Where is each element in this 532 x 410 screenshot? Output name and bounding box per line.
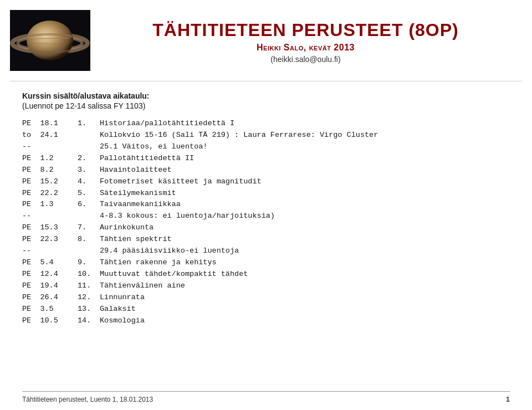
schedule-date: PE 26.4	[22, 292, 78, 304]
schedule-desc: Kollokvio 15-16 (Sali TÄ 219) : Laura Fe…	[100, 130, 510, 141]
schedule-desc: 25.1 Väitos, ei luentoa!	[100, 141, 510, 153]
footer-page: 1	[506, 395, 510, 403]
schedule-row: PE 1.36.Taivaanmekaniikkaa	[22, 199, 510, 211]
footer: Tähtitieteen perusteet, Luento 1, 18.01.…	[22, 391, 510, 403]
title-block: TÄHTITIETEEN PERUSTEET (8OP) Heikki Salo…	[101, 17, 510, 64]
header-divider	[10, 81, 522, 81]
footer-left: Tähtitieteen perusteet, Luento 1, 18.01.…	[22, 396, 153, 403]
schedule-row: PE 8.23.Havaintolaitteet	[22, 165, 510, 176]
schedule-desc: Galaksit	[100, 304, 510, 315]
schedule-desc: Historiaa/pallotähtitiedettä I	[100, 118, 510, 130]
schedule-date: PE 15.3	[22, 222, 78, 234]
schedule-row: PE 15.24.Fotometriset käsitteet ja magni…	[22, 176, 510, 188]
schedule-date: PE 22.2	[22, 188, 78, 199]
schedule-date: PE 22.3	[22, 234, 78, 245]
schedule-date: PE 5.4	[22, 257, 78, 269]
schedule-num: 4.	[78, 176, 100, 188]
schedule-date: --	[22, 211, 78, 222]
content: Kurssin sisältö/alustava aikataulu: (Lue…	[0, 86, 532, 332]
schedule-date: PE 18.1	[22, 118, 78, 130]
schedule-date: PE 15.2	[22, 176, 78, 188]
schedule-num: 13.	[78, 304, 100, 315]
schedule-num: 11.	[78, 280, 100, 292]
subtitle: Heikki Salo, kevät 2013	[101, 43, 510, 53]
schedule-desc: Pallotähtitiedettä II	[100, 153, 510, 165]
schedule-row: -- 29.4 pääsiäisviikko-ei luentoja	[22, 245, 510, 257]
schedule-row: -- 25.1 Väitos, ei luentoa!	[22, 141, 510, 153]
schedule-date: --	[22, 141, 78, 153]
schedule-date: --	[22, 245, 78, 257]
schedule-desc: 29.4 pääsiäisviikko-ei luentoja	[100, 245, 510, 257]
intro-normal: (Luennot pe 12-14 salissa FY 1103)	[22, 101, 510, 110]
schedule-desc: Tähtien rakenne ja kehitys	[100, 257, 510, 269]
schedule-row: to 24.1Kollokvio 15-16 (Sali TÄ 219) : L…	[22, 130, 510, 141]
schedule-num: 6.	[78, 199, 100, 211]
main-title: TÄHTITIETEEN PERUSTEET (8OP)	[101, 20, 510, 40]
schedule-row: PE 5.49.Tähtien rakenne ja kehitys	[22, 257, 510, 269]
schedule-desc: Taivaanmekaniikkaa	[100, 199, 510, 211]
schedule-row: PE 22.38.Tähtien spektrit	[22, 234, 510, 245]
schedule-row: PE 12.410.Muuttuvat tähdet/kompaktit täh…	[22, 269, 510, 280]
schedule-num: 14.	[78, 315, 100, 327]
schedule-desc: Säteilymekanismit	[100, 188, 510, 199]
schedule-desc: Fotometriset käsitteet ja magnitudit	[100, 176, 510, 188]
schedule-row: -- 4-8.3 kokous: ei luentoja/harjoituksi…	[22, 211, 510, 222]
schedule-row: PE 3.513.Galaksit	[22, 304, 510, 315]
schedule-num: 5.	[78, 188, 100, 199]
schedule-date: PE 19.4	[22, 280, 78, 292]
schedule-num	[78, 141, 100, 153]
schedule-date: PE 12.4	[22, 269, 78, 280]
schedule-row: PE 1.22.Pallotähtitiedettä II	[22, 153, 510, 165]
schedule-num: 7.	[78, 222, 100, 234]
schedule-num: 10.	[78, 269, 100, 280]
page: TÄHTITIETEEN PERUSTEET (8OP) Heikki Salo…	[0, 0, 532, 410]
schedule-row: PE 18.11.Historiaa/pallotähtitiedettä I	[22, 118, 510, 130]
schedule-desc: Aurinkokunta	[100, 222, 510, 234]
schedule-desc: 4-8.3 kokous: ei luentoja/harjoituksia)	[100, 211, 510, 222]
schedule-num	[78, 130, 100, 141]
email: (heikki.salo@oulu.fi)	[101, 55, 510, 64]
schedule-row: PE 10.514.Kosmologia	[22, 315, 510, 327]
saturn-image	[10, 10, 90, 71]
schedule-row: PE 15.37.Aurinkokunta	[22, 222, 510, 234]
schedule-desc: Kosmologia	[100, 315, 510, 327]
svg-point-3	[27, 20, 73, 60]
schedule-num: 3.	[78, 165, 100, 176]
schedule-date: PE 10.5	[22, 315, 78, 327]
header: TÄHTITIETEEN PERUSTEET (8OP) Heikki Salo…	[0, 0, 532, 76]
schedule-desc: Havaintolaitteet	[100, 165, 510, 176]
schedule-num: 8.	[78, 234, 100, 245]
schedule-row: PE 22.25.Säteilymekanismit	[22, 188, 510, 199]
intro-bold: Kurssin sisältö/alustava aikataulu:	[22, 91, 510, 100]
schedule-num: 12.	[78, 292, 100, 304]
schedule-num	[78, 211, 100, 222]
schedule-date: PE 1.3	[22, 199, 78, 211]
schedule-table: PE 18.11.Historiaa/pallotähtitiedettä It…	[22, 118, 510, 327]
schedule-row: PE 19.411.Tähtienvälinen aine	[22, 280, 510, 292]
schedule-num: 9.	[78, 257, 100, 269]
schedule-desc: Linnunrata	[100, 292, 510, 304]
schedule-num	[78, 245, 100, 257]
schedule-date: PE 1.2	[22, 153, 78, 165]
schedule-desc: Muuttuvat tähdet/kompaktit tähdet	[100, 269, 510, 280]
schedule-date: PE 8.2	[22, 165, 78, 176]
schedule-row: PE 26.412.Linnunrata	[22, 292, 510, 304]
schedule-date: to 24.1	[22, 130, 78, 141]
schedule-date: PE 3.5	[22, 304, 78, 315]
course-intro: Kurssin sisältö/alustava aikataulu: (Lue…	[22, 91, 510, 110]
schedule-num: 1.	[78, 118, 100, 130]
schedule-desc: Tähtienvälinen aine	[100, 280, 510, 292]
subtitle-text: Heikki Salo, kevät 2013	[257, 43, 355, 52]
schedule-num: 2.	[78, 153, 100, 165]
schedule-desc: Tähtien spektrit	[100, 234, 510, 245]
